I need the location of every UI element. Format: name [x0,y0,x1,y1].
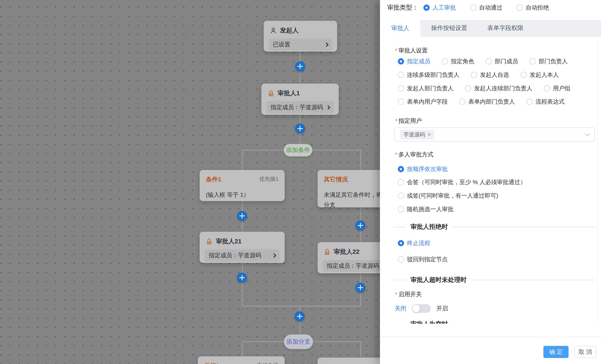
add-node-button[interactable] [237,273,247,283]
radio-initiator-self[interactable]: 发起人本人 [521,71,559,79]
add-node-button[interactable] [295,61,305,71]
add-node-button[interactable] [237,211,247,221]
radio-assign-member[interactable]: 指定成员 [398,57,430,65]
switch-on-label: 开启 [436,304,448,313]
tab-approver[interactable]: 审批人 [380,20,421,37]
approver-type-row3: 发起人部门负责人 发起人连续部门负责人 用户组 [398,84,571,92]
approver1-node[interactable]: 审批人1 指定成员：芋道源码 [261,84,339,115]
radio-icon [544,85,550,91]
radio-manual-approve[interactable]: 人工审批 [423,4,456,12]
radio-multi-level-dept-leader[interactable]: 连续多级部门负责人 [398,71,459,79]
add-branch-label: 添加分支 [286,338,311,346]
radio-orsign[interactable]: 或签(可同时审批，有一人通过即可) [398,192,498,200]
add-node-button[interactable] [295,123,305,133]
node-title: 发起人 [280,26,299,35]
reject-section-divider: 审批人拒绝时 [394,222,595,231]
add-node-button[interactable] [355,221,365,231]
node-summary-row[interactable]: 已设置 [269,39,332,51]
radio-form-user-field[interactable]: 表单内用户字段 [398,98,448,106]
required-asterisk: * [395,47,397,54]
node-title: 审批人22 [334,248,359,256]
required-asterisk: * [395,118,397,124]
tab-form-field-permission[interactable]: 表单字段权限 [477,20,533,36]
empty-approver-section-title: 审批人为空时 [411,320,448,324]
drawer-scroll-area[interactable]: *审批人设置 指定成员 指定角色 部门成员 [380,37,601,324]
timeout-switch-row: 关闭 开启 [395,304,448,313]
connector-line [361,341,361,358]
radio-icon [398,99,404,105]
node-title: 审批人21 [216,237,241,246]
parallel1-node[interactable]: 并行1 无优先级 [198,356,285,364]
condition1-node[interactable]: 条件1 优先级1 (输入框 等于 1） [200,170,285,201]
add-node-button[interactable] [355,283,365,293]
required-asterisk: * [395,152,397,158]
chevron-right-icon [326,105,330,109]
radio-user-group[interactable]: 用户组 [544,84,571,92]
connector-line [361,150,361,170]
branch-title: 并行1 [204,362,219,364]
empty-approver-section-divider: 审批人为空时 [394,320,595,324]
radio-terminate-flow[interactable]: 终止流程 [398,239,430,247]
node-summary-row[interactable]: 指定成员：芋道源码 [266,101,334,113]
tab-action-buttons[interactable]: 操作按钮设置 [421,20,477,36]
required-asterisk: * [395,291,397,297]
radio-assign-role[interactable]: 指定角色 [442,57,474,65]
radio-initiator-dept-leader[interactable]: 发起人部门负责人 [398,84,454,92]
chevron-right-icon [272,253,276,257]
radio-icon [530,58,536,64]
radio-dept-leader[interactable]: 部门负责人 [530,57,568,65]
radio-label: 自动拒绝 [526,4,549,12]
radio-initiator-choose[interactable]: 发起人自选 [471,71,509,79]
radio-icon [398,85,404,91]
radio-icon [517,5,523,11]
radio-selected-icon [398,240,404,246]
add-condition-button[interactable]: 添加条件 [283,144,312,157]
radio-return-to-node[interactable]: 驳回到指定节点 [398,255,448,263]
start-node[interactable]: 发起人 已设置 [264,21,337,51]
approver-setting-label: *审批人设置 [395,47,428,54]
radio-countersign[interactable]: 会签（可同时审批，至少 % 人必须审批通过） [398,178,526,186]
connector-line [242,263,243,306]
multi-mode-label: *多人审批方式 [395,151,433,159]
radio-auto-reject[interactable]: 自动拒绝 [517,4,549,12]
radio-icon [521,72,527,78]
radio-dept-member[interactable]: 部门成员 [486,57,518,65]
radio-sequential-approve[interactable]: 按顺序依次审批 [398,165,448,173]
cancel-button[interactable]: 取 消 [574,346,596,358]
scrollbar-track[interactable] [597,20,598,324]
config-tabs: 操作按钮设置 表单字段权限 审批人 [380,20,601,37]
radio-icon [465,85,471,91]
assign-user-select[interactable]: 芋道源码 × [394,128,595,142]
user-tag: 芋道源码 × [400,130,434,139]
branch-merge-line [242,306,361,306]
chevron-down-icon [585,131,590,136]
add-condition-label: 添加条件 [286,146,310,154]
radio-random-one[interactable]: 随机挑选一人审批 [398,205,454,213]
node-summary: 已设置 [273,40,322,49]
radio-auto-pass[interactable]: 自动通过 [470,4,502,12]
radio-icon [470,5,476,11]
radio-initiator-multi-dept-leader[interactable]: 发起人连续部门负责人 [465,84,532,92]
confirm-button[interactable]: 确 定 [543,346,569,358]
approver-type-row2: 连续多级部门负责人 发起人自选 发起人本人 [398,71,559,79]
radio-icon [398,72,404,78]
node-summary-row[interactable]: 指定成员：芋道源码 [205,249,280,262]
assign-user-label: *指定用户 [395,117,422,125]
approver-type-row1: 指定成员 指定角色 部门成员 部门负责人 [398,57,568,65]
node-summary: 指定成员：芋道源码 [209,252,270,259]
radio-selected-icon [398,58,404,64]
drawer-footer: 确 定 取 消 [380,337,601,364]
add-node-button[interactable] [295,311,305,321]
radio-icon [442,58,448,64]
radio-icon [486,58,492,64]
radio-form-dept-leader[interactable]: 表单内部门负责人 [459,98,515,106]
stamp-icon [267,90,275,97]
stamp-icon [205,238,213,245]
radio-flow-expression[interactable]: 流程表达式 [526,98,565,106]
approval-type-label: 审批类型： [387,3,418,12]
timeout-enable-switch[interactable] [412,304,431,313]
approver21-node[interactable]: 审批人21 指定成员：芋道源码 [200,232,285,263]
tag-close-icon[interactable]: × [428,131,431,138]
branch-title: 并行2 [324,363,339,364]
add-branch-button[interactable]: 添加分支 [284,334,313,349]
